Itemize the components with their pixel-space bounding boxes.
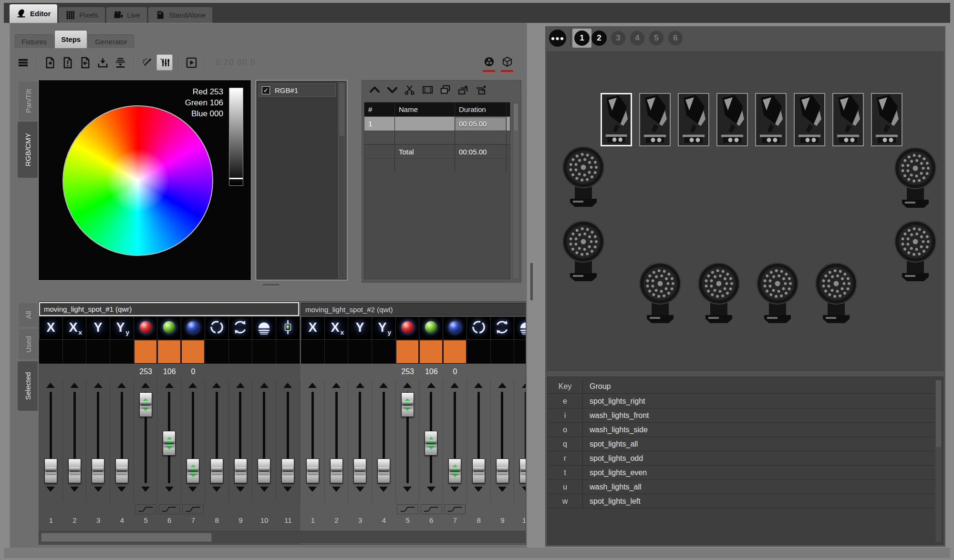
fader-up-arrow[interactable] bbox=[283, 383, 292, 388]
titlebar-tab-editor[interactable]: Editor bbox=[10, 4, 57, 23]
channel-cell[interactable] bbox=[205, 316, 229, 340]
scene-more-button[interactable]: ●●● bbox=[549, 30, 566, 47]
fixture-tab[interactable]: moving_light_spot_#1 (qwr) bbox=[39, 302, 299, 316]
wash-fixture-icon[interactable] bbox=[560, 145, 606, 209]
groups-scrollbar[interactable] bbox=[935, 379, 942, 542]
fade-curve-button[interactable] bbox=[135, 504, 156, 514]
channel-cell[interactable] bbox=[181, 316, 205, 340]
titlebar-tab-standalone[interactable]: StandAlone bbox=[148, 7, 213, 23]
scene-button-1[interactable]: 1 bbox=[574, 31, 590, 46]
fader-up-arrow[interactable] bbox=[117, 383, 126, 388]
fixture-tab[interactable]: moving_light_spot_#2 (qwt) bbox=[301, 303, 526, 316]
fader-up-arrow[interactable] bbox=[141, 383, 150, 388]
fader-down-arrow[interactable] bbox=[188, 487, 197, 492]
revert-step-button[interactable] bbox=[77, 54, 93, 71]
spot-fixture-icon[interactable] bbox=[832, 93, 864, 146]
fader-hscrollbar-thumb[interactable] bbox=[41, 533, 212, 542]
group-row[interactable]: iwash_lights_front bbox=[548, 408, 934, 423]
fader-handle[interactable] bbox=[306, 458, 319, 483]
fader-down-arrow[interactable] bbox=[46, 487, 55, 492]
fader-up-arrow[interactable] bbox=[308, 383, 317, 388]
fader-up-arrow[interactable] bbox=[450, 383, 459, 388]
fader-down-arrow[interactable] bbox=[308, 487, 317, 492]
fader-down-arrow[interactable] bbox=[379, 487, 388, 492]
fader-down-arrow[interactable] bbox=[403, 487, 412, 492]
film-button[interactable] bbox=[419, 83, 436, 98]
fader-up-arrow[interactable] bbox=[212, 383, 221, 388]
new-step-button[interactable] bbox=[41, 54, 58, 71]
color-wheel[interactable] bbox=[62, 105, 213, 256]
fader-handle[interactable] bbox=[425, 431, 437, 456]
wash-fixture-icon[interactable] bbox=[892, 146, 938, 210]
fade-curve-button[interactable] bbox=[159, 504, 180, 514]
window-splitter[interactable] bbox=[530, 263, 533, 300]
fader-handle[interactable] bbox=[187, 458, 199, 483]
group-row[interactable]: rspot_lights_odd bbox=[548, 451, 934, 466]
channel-cell[interactable] bbox=[276, 316, 300, 340]
fader-handle[interactable] bbox=[163, 431, 176, 456]
fader-up-arrow[interactable] bbox=[188, 383, 197, 388]
fader-up-arrow[interactable] bbox=[332, 383, 341, 388]
channel-cell[interactable]: X bbox=[39, 316, 63, 340]
copy-button[interactable] bbox=[436, 83, 454, 98]
export-button[interactable] bbox=[112, 54, 128, 71]
fader-down-arrow[interactable] bbox=[260, 487, 269, 492]
fader-handle[interactable] bbox=[519, 458, 526, 483]
brightness-indicator[interactable] bbox=[229, 178, 243, 179]
channel-cell[interactable] bbox=[134, 316, 158, 340]
fader-handle[interactable] bbox=[330, 458, 343, 483]
spot-fixture-icon[interactable] bbox=[871, 93, 902, 146]
spot-fixture-icon[interactable] bbox=[755, 93, 787, 146]
move-up-button[interactable] bbox=[366, 83, 384, 98]
play-button[interactable] bbox=[183, 54, 199, 71]
fader-up-arrow[interactable] bbox=[236, 383, 245, 388]
fader-up-arrow[interactable] bbox=[260, 383, 269, 388]
fader-down-arrow[interactable] bbox=[356, 487, 364, 492]
fader-handle[interactable] bbox=[139, 392, 152, 417]
color-wheel-view-button[interactable] bbox=[481, 55, 497, 70]
fader-hscrollbar[interactable] bbox=[39, 531, 526, 543]
3d-view-button[interactable] bbox=[499, 55, 515, 70]
fader-down-arrow[interactable] bbox=[427, 487, 436, 492]
channel-cell[interactable]: X bbox=[301, 316, 325, 340]
tab-rgb-cmy[interactable]: RGB/CMY bbox=[18, 122, 38, 178]
channel-cell[interactable]: Yy bbox=[372, 316, 396, 340]
tab-used-channels[interactable]: Used bbox=[19, 329, 38, 359]
component-scrollbar[interactable] bbox=[338, 82, 345, 278]
scene-button-4[interactable]: 4 bbox=[630, 31, 645, 46]
fader-up-arrow[interactable] bbox=[379, 383, 388, 388]
fader-up-arrow[interactable] bbox=[403, 383, 412, 388]
fader-down-arrow[interactable] bbox=[94, 487, 103, 492]
tab-all-channels[interactable]: All bbox=[19, 303, 38, 327]
fader-down-arrow[interactable] bbox=[236, 487, 245, 492]
fader-handle[interactable] bbox=[401, 392, 414, 417]
channel-cell[interactable]: Xx bbox=[325, 316, 349, 340]
steps-row[interactable]: 100:05.00 bbox=[364, 117, 510, 131]
spot-fixture-icon[interactable] bbox=[794, 93, 825, 146]
channel-cell[interactable] bbox=[491, 316, 515, 340]
fader-handle[interactable] bbox=[472, 458, 485, 483]
wash-fixture-icon[interactable] bbox=[696, 262, 742, 326]
channel-cell[interactable] bbox=[396, 316, 420, 340]
fader-handle[interactable] bbox=[448, 458, 461, 483]
fader-down-arrow[interactable] bbox=[498, 487, 507, 492]
channel-cell[interactable] bbox=[157, 316, 181, 340]
fader-handle[interactable] bbox=[496, 458, 509, 483]
spot-fixture-icon[interactable] bbox=[716, 93, 748, 146]
editor-tab-fixtures[interactable]: Fixtures bbox=[15, 34, 53, 48]
tab-selected-channels[interactable]: Selected bbox=[18, 361, 38, 411]
wash-fixture-icon[interactable] bbox=[560, 220, 606, 284]
fader-handle[interactable] bbox=[377, 458, 390, 483]
component-row[interactable]: ✓ RGB#1 bbox=[259, 83, 336, 97]
channel-cell[interactable] bbox=[252, 316, 276, 340]
fader-down-arrow[interactable] bbox=[332, 487, 341, 492]
wash-fixture-icon[interactable] bbox=[813, 262, 859, 326]
spot-fixture-icon[interactable] bbox=[639, 93, 671, 146]
fader-down-arrow[interactable] bbox=[283, 487, 292, 492]
fader-up-arrow[interactable] bbox=[522, 383, 526, 388]
group-row[interactable]: wspot_lights_left bbox=[548, 494, 934, 509]
titlebar-tab-pixels[interactable]: Pixels bbox=[59, 7, 105, 23]
fader-handle[interactable] bbox=[234, 458, 247, 483]
fader-handle[interactable] bbox=[258, 458, 270, 483]
scene-button-6[interactable]: 6 bbox=[668, 31, 683, 46]
